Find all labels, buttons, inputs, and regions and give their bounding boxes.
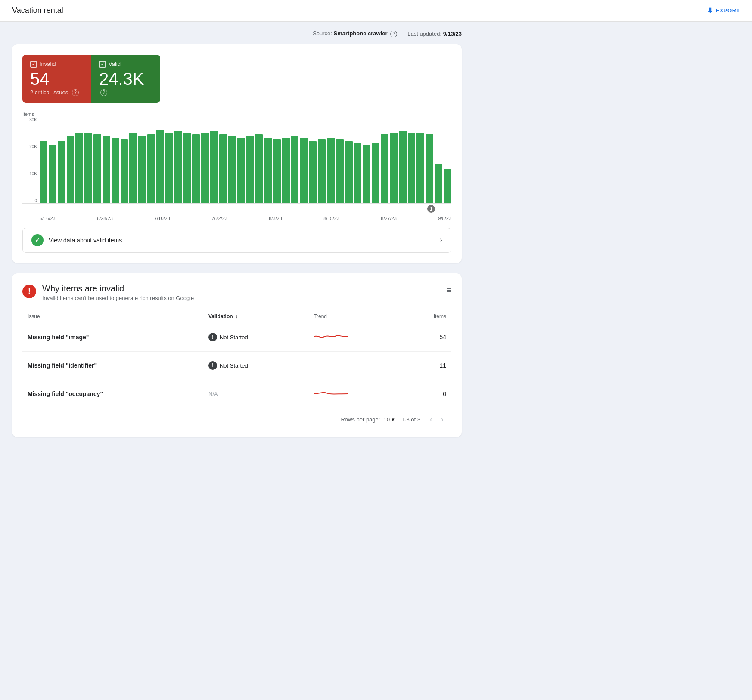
export-label: EXPORT [716, 7, 740, 14]
validation-status: N/A [203, 380, 308, 408]
validation-status: !Not Started [203, 323, 308, 351]
chart-bar [67, 136, 75, 203]
items-count: 54 [403, 323, 451, 351]
trend-cell [308, 323, 403, 351]
rows-per-page-label: Rows per page: [341, 416, 380, 423]
issue-name: Missing field "identifier" [22, 351, 203, 380]
x-label-3: 7/10/23 [154, 216, 170, 221]
valid-status-box[interactable]: Valid 24.3K ? [91, 55, 160, 103]
chart-bar [49, 145, 56, 203]
chart-bar [291, 136, 299, 203]
chart-y-label: Items [22, 112, 451, 117]
x-label-8: 9/8/23 [438, 216, 451, 221]
x-label-5: 8/3/23 [269, 216, 282, 221]
chart-bar [372, 143, 379, 203]
chart-bar [309, 141, 317, 203]
chart-bar [129, 133, 137, 203]
trend-cell [308, 351, 403, 380]
rows-dropdown-icon: ▾ [392, 416, 395, 423]
view-valid-data-button[interactable]: ✓ View data about valid items › [22, 228, 451, 253]
chart-bar [363, 145, 370, 203]
x-label-6: 8/15/23 [323, 216, 339, 221]
chart-bar [174, 131, 182, 203]
last-updated-value: 9/13/23 [443, 31, 462, 37]
page-nav: ‹ › [427, 414, 446, 425]
bars-wrap: 1 [40, 118, 451, 203]
chart-bar [201, 133, 209, 203]
y-tick-0: 0 [22, 198, 40, 203]
why-invalid-card: ! Why items are invalid Invalid items ca… [12, 273, 462, 437]
chart-bar [345, 141, 353, 203]
chart-bar [390, 133, 398, 203]
valid-info-icon[interactable]: ? [100, 89, 107, 96]
validation-status: !Not Started [203, 351, 308, 380]
chart-area: Items 30K 20K 10K 0 1 6/16/23 6/28/23 7/… [22, 112, 451, 221]
invalid-sub: 2 critical issues ? [30, 89, 79, 96]
invalid-count: 54 [30, 69, 79, 88]
source-info-icon[interactable]: ? [390, 31, 397, 37]
chart-bar [147, 134, 155, 203]
chart-card: Invalid 54 2 critical issues ? Valid 24.… [12, 44, 462, 263]
table-row[interactable]: Missing field "identifier"!Not Started11 [22, 351, 451, 380]
y-tick-20k: 20K [22, 144, 40, 149]
why-invalid-left: ! Why items are invalid Invalid items ca… [22, 284, 194, 301]
chart-container: 30K 20K 10K 0 1 [22, 118, 451, 204]
chart-bar [93, 134, 101, 203]
next-page-button[interactable]: › [438, 414, 446, 425]
chart-bar [246, 136, 254, 203]
invalid-label: Invalid [40, 61, 56, 67]
rows-per-page-value: 10 [383, 416, 389, 423]
chart-bar [318, 139, 326, 203]
valid-header: Valid [99, 61, 148, 68]
page-info: 1-3 of 3 [401, 416, 420, 423]
valid-check-circle-icon: ✓ [31, 234, 44, 246]
app-header: Vacation rental ⬇ EXPORT [0, 0, 752, 22]
chart-bar [183, 133, 191, 203]
chart-bar [75, 133, 83, 203]
why-invalid-title: Why items are invalid [42, 284, 194, 294]
why-invalid-header: ! Why items are invalid Invalid items ca… [22, 284, 451, 301]
rows-per-page-select[interactable]: 10 ▾ [383, 416, 394, 423]
x-axis: 6/16/23 6/28/23 7/10/23 7/22/23 8/3/23 8… [22, 204, 451, 221]
chart-bar [103, 136, 110, 203]
x-label-4: 7/22/23 [211, 216, 227, 221]
prev-page-button[interactable]: ‹ [427, 414, 435, 425]
invalid-info-icon[interactable]: ? [72, 89, 79, 96]
table-row[interactable]: Missing field "image"!Not Started54 [22, 323, 451, 351]
why-invalid-subtitle: Invalid items can't be used to generate … [42, 295, 194, 301]
view-data-label: View data about valid items [49, 237, 122, 244]
items-count: 11 [403, 351, 451, 380]
chart-bar [156, 130, 164, 203]
chart-bar: 1 [426, 134, 433, 203]
chart-bar [416, 133, 424, 203]
rows-per-page: Rows per page: 10 ▾ [341, 416, 395, 423]
table-header-row: Issue Validation ↓ Trend Items [22, 310, 451, 323]
export-button[interactable]: ⬇ EXPORT [707, 6, 740, 15]
chart-bar [192, 134, 200, 203]
invalid-status-box[interactable]: Invalid 54 2 critical issues ? [22, 55, 91, 103]
invalid-header: Invalid [30, 61, 79, 68]
chart-bar [165, 133, 173, 203]
chart-bar [121, 139, 128, 203]
chevron-right-icon: › [440, 235, 442, 245]
pagination-row: Rows per page: 10 ▾ 1-3 of 3 ‹ › [22, 408, 451, 427]
why-invalid-text: Why items are invalid Invalid items can'… [42, 284, 194, 301]
col-header-trend: Trend [308, 310, 403, 323]
chart-bar [138, 136, 146, 203]
chart-bar [112, 138, 119, 203]
sort-arrow-icon: ↓ [235, 313, 238, 319]
chart-bar [40, 141, 47, 203]
filter-icon[interactable]: ≡ [446, 285, 451, 295]
chart-bar [399, 131, 407, 203]
chart-bar [237, 138, 245, 203]
col-header-validation[interactable]: Validation ↓ [203, 310, 308, 323]
table-row[interactable]: Missing field "occupancy"N/A0 [22, 380, 451, 408]
col-header-issue: Issue [22, 310, 203, 323]
chart-bar [282, 138, 290, 203]
x-label-1: 6/16/23 [40, 216, 56, 221]
chart-bar [381, 134, 388, 203]
chart-bar [336, 139, 344, 203]
export-icon: ⬇ [707, 6, 713, 15]
source-label: Source: Smartphone crawler ? [313, 30, 397, 37]
trend-cell [308, 380, 403, 408]
